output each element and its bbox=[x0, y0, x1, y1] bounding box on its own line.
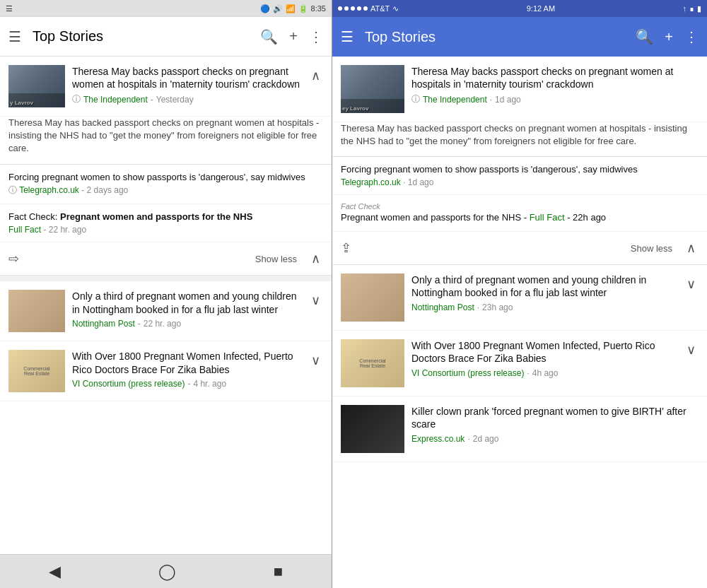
story-4-title-right[interactable]: Killer clown prank 'forced pregnant wome… bbox=[411, 405, 699, 430]
status-icon-left: ☰ bbox=[6, 4, 13, 13]
app-bar-left: ☰ Top Stories 🔍 + ⋮ bbox=[0, 17, 332, 57]
related-story-1-title[interactable]: Forcing pregnant women to show passports… bbox=[8, 172, 323, 184]
recents-nav-button[interactable]: ■ bbox=[274, 563, 283, 581]
story-2-text: Only a third of pregnant women and young… bbox=[72, 290, 301, 328]
main-story-item: y Lavrov Theresa May backs passport chec… bbox=[0, 57, 332, 117]
wifi-icon: ∿ bbox=[392, 4, 399, 13]
phone-left: ☰ 🔵 🔊 📶 🔋 8:35 ☰ Top Stories 🔍 + ⋮ y Lav… bbox=[0, 0, 332, 588]
story-3-chevron-right[interactable]: ∨ bbox=[684, 339, 699, 360]
story-2-time: 22 hr. ago bbox=[144, 319, 181, 329]
related-story-1-source: ⓘ Telegraph.co.uk - 2 days ago bbox=[8, 184, 323, 196]
show-less-chevron-right[interactable]: ∧ bbox=[684, 237, 699, 259]
main-time-right: 1d ago bbox=[495, 95, 521, 105]
story-3-text: With Over 1800 Pregnant Women Infected, … bbox=[72, 350, 301, 388]
related-1-title-right[interactable]: Forcing pregnant women to show passports… bbox=[341, 164, 699, 176]
main-story-title-right[interactable]: Theresa May backs passport checks on pre… bbox=[411, 65, 699, 90]
story-2-thumb bbox=[8, 290, 65, 332]
show-less-bar-right: ⇪ Show less ∧ bbox=[332, 232, 707, 265]
app-bar-icons-right: 🔍 + ⋮ bbox=[636, 28, 699, 45]
battery-icons-right: ↑ ∎ ▮ bbox=[683, 4, 702, 13]
related-story-1: Forcing pregnant women to show passports… bbox=[0, 165, 332, 205]
fact-check-title[interactable]: Fact Check: Pregnant women and passports… bbox=[8, 211, 323, 223]
app-bar-icons-left: 🔍 + ⋮ bbox=[260, 28, 323, 45]
story-3-time: 4 hr. ago bbox=[193, 379, 226, 389]
main-story-text: Theresa May backs passport checks on pre… bbox=[72, 65, 301, 107]
fact-check-source-name: Full Fact bbox=[8, 225, 41, 235]
related-story-1-right: Forcing pregnant women to show passports… bbox=[332, 157, 707, 195]
show-less-bar-left: ⇨ Show less ∧ bbox=[0, 242, 332, 276]
add-icon-right[interactable]: + bbox=[665, 29, 673, 45]
related-1-source-name: Telegraph.co.uk bbox=[19, 185, 79, 195]
story-3-title-right[interactable]: With Over 1800 Pregnant Women Infected, … bbox=[411, 339, 677, 365]
search-icon[interactable]: 🔍 bbox=[260, 28, 278, 45]
main-story-chevron-up[interactable]: ∧ bbox=[308, 65, 323, 107]
lavrov-image-right: ey Lavrov bbox=[341, 65, 404, 113]
story-3-item-right: CommercialReal Estate With Over 1800 Pre… bbox=[332, 331, 707, 396]
main-story-item-right: ey Lavrov Theresa May backs passport che… bbox=[332, 57, 707, 122]
lavrov-label-right: ey Lavrov bbox=[342, 105, 368, 112]
fact-check-item-right: Fact Check Pregnant women and passports … bbox=[332, 195, 707, 232]
story-2-item-right: Only a third of pregnant women and young… bbox=[332, 265, 707, 331]
story-2-chevron[interactable]: ∨ bbox=[308, 290, 323, 311]
story-2-source: Nottingham Post - 22 hr. ago bbox=[72, 319, 301, 329]
story-2-title[interactable]: Only a third of pregnant women and young… bbox=[72, 290, 301, 315]
story-3-time-right: 4h ago bbox=[532, 368, 559, 378]
content-right: ey Lavrov Theresa May backs passport che… bbox=[332, 57, 707, 588]
lavrov-image: y Lavrov bbox=[8, 65, 65, 107]
story-3-text-right: With Over 1800 Pregnant Women Infected, … bbox=[411, 339, 677, 377]
content-left: y Lavrov Theresa May backs passport chec… bbox=[0, 57, 332, 554]
show-less-button[interactable]: Show less bbox=[255, 254, 297, 264]
lavrov-label: y Lavrov bbox=[10, 100, 33, 106]
related-1-time-right: 1d ago bbox=[408, 177, 434, 187]
clown-image bbox=[341, 405, 404, 453]
story-3-thumb: CommercialReal Estate bbox=[8, 350, 65, 392]
story-4-time-right: 2d ago bbox=[473, 434, 499, 444]
story-3-item: CommercialReal Estate With Over 1800 Pre… bbox=[0, 341, 332, 401]
time-right: 9:12 AM bbox=[527, 4, 555, 13]
main-story-source-name: The Independent bbox=[83, 95, 148, 105]
signal-dots bbox=[338, 6, 368, 11]
show-less-button-right[interactable]: Show less bbox=[631, 243, 672, 254]
fact-check-label-right: Fact Check bbox=[341, 202, 699, 211]
show-less-chevron[interactable]: ∧ bbox=[308, 248, 323, 269]
main-story-time: Yesterday bbox=[156, 95, 194, 105]
share-icon-right[interactable]: ⇪ bbox=[341, 240, 351, 256]
status-bar-right: AT&T ∿ 9:12 AM ↑ ∎ ▮ bbox=[332, 0, 707, 17]
story-4-text-right: Killer clown prank 'forced pregnant wome… bbox=[411, 405, 699, 443]
app-bar-title-right: Top Stories bbox=[365, 29, 636, 45]
fact-check-title-right[interactable]: Pregnant women and passports for the NHS… bbox=[341, 212, 699, 224]
hamburger-menu-icon-right[interactable]: ☰ bbox=[341, 28, 354, 45]
story-2-item: Only a third of pregnant women and young… bbox=[0, 281, 332, 341]
main-story-title[interactable]: Theresa May backs passport checks on pre… bbox=[72, 65, 301, 90]
main-story-thumb-right: ey Lavrov bbox=[341, 65, 404, 113]
bottom-nav-left: ◀ ◯ ■ bbox=[0, 554, 332, 588]
story-3-thumb-right: CommercialReal Estate bbox=[341, 339, 404, 387]
app-bar-right: ☰ Top Stories 🔍 + ⋮ bbox=[332, 17, 707, 57]
show-less-left-side: ⇨ bbox=[8, 251, 244, 266]
story-2-thumb-right bbox=[341, 274, 404, 322]
more-icon[interactable]: ⋮ bbox=[309, 28, 323, 45]
story-3-title[interactable]: With Over 1800 Pregnant Women Infected, … bbox=[72, 350, 301, 375]
story-4-source-right: Express.co.uk · 2d ago bbox=[411, 434, 699, 444]
hamburger-menu-icon[interactable]: ☰ bbox=[8, 28, 21, 45]
fact-check-time-right: 22h ago bbox=[573, 212, 606, 223]
story-3-source-right: VI Consortium (press release) · 4h ago bbox=[411, 368, 677, 378]
story-2-title-right[interactable]: Only a third of pregnant women and young… bbox=[411, 274, 677, 299]
carrier-name: AT&T bbox=[370, 4, 390, 13]
carrier-info: AT&T ∿ bbox=[338, 4, 399, 13]
related-1-sname-right: Telegraph.co.uk bbox=[341, 177, 401, 187]
search-icon-right[interactable]: 🔍 bbox=[636, 28, 653, 45]
story-2-source-right: Nottingham Post · 23h ago bbox=[411, 302, 677, 312]
phone-right: AT&T ∿ 9:12 AM ↑ ∎ ▮ ☰ Top Stories 🔍 + ⋮… bbox=[332, 0, 707, 588]
add-icon[interactable]: + bbox=[289, 28, 298, 45]
story-2-text-right: Only a third of pregnant women and young… bbox=[411, 274, 677, 312]
story-3-source-name: VI Consortium (press release) bbox=[72, 379, 185, 389]
more-icon-right[interactable]: ⋮ bbox=[684, 28, 699, 45]
home-nav-button[interactable]: ◯ bbox=[158, 563, 176, 581]
story-4-sname-right: Express.co.uk bbox=[411, 434, 464, 444]
back-nav-button[interactable]: ◀ bbox=[49, 563, 61, 581]
share-icon[interactable]: ⇨ bbox=[8, 251, 19, 266]
story-2-chevron-right[interactable]: ∨ bbox=[684, 274, 699, 295]
story-3-chevron[interactable]: ∨ bbox=[308, 350, 323, 371]
main-story-text-right: Theresa May backs passport checks on pre… bbox=[411, 65, 699, 113]
